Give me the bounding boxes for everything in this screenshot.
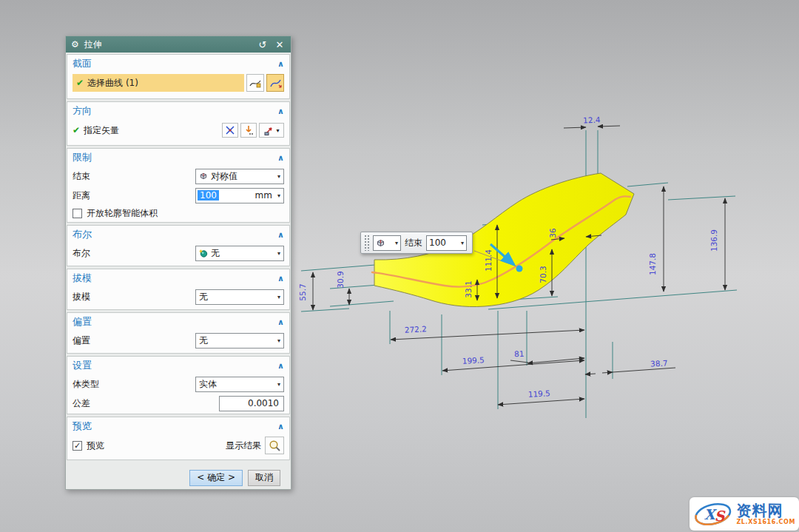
- boolean-value: 无: [211, 247, 220, 260]
- settings-group-header[interactable]: 设置 ∧: [67, 357, 289, 374]
- draft-dropdown[interactable]: 无 ▾: [195, 289, 284, 305]
- draft-label: 拔模: [73, 291, 90, 303]
- curve-rule-icon: [249, 78, 261, 88]
- end-type-value: 对称值: [211, 170, 237, 183]
- chevron-down-icon: ▾: [461, 240, 464, 246]
- inferred-vector-icon: [225, 125, 235, 135]
- inferred-vector-button[interactable]: [222, 123, 238, 138]
- collapse-icon[interactable]: ∧: [277, 361, 284, 371]
- collapse-icon[interactable]: ∧: [277, 422, 284, 431]
- limits-group: 限制 ∧ 结束 对称值 ▾: [67, 148, 290, 223]
- end-option-dropdown[interactable]: ▾: [373, 235, 401, 251]
- preview-group-header[interactable]: 预览 ∧: [67, 417, 289, 435]
- arrow-down-icon: [243, 125, 254, 135]
- check-icon: ✓: [74, 442, 81, 450]
- dialog-titlebar[interactable]: ⚙ 拉伸 ↺ ✕: [66, 36, 291, 53]
- boolean-none-icon: [199, 249, 208, 257]
- preview-group: 预览 ∧ ✓ 预览 显示结果: [67, 417, 290, 460]
- direction-group-header[interactable]: 方向 ∧: [67, 102, 289, 120]
- toolbar-grip-handle[interactable]: [364, 235, 369, 251]
- dim-text: 136.9: [709, 229, 718, 252]
- distance-value-dropdown[interactable]: 100 ▾: [426, 235, 467, 251]
- direction-group: 方向 ∧ ✔ 指定矢量: [67, 101, 290, 146]
- chevron-down-icon: ▾: [277, 173, 280, 180]
- vector-icon: [263, 125, 274, 136]
- distance-value-selected: 100: [198, 190, 219, 201]
- preview-checkbox[interactable]: ✓: [73, 441, 82, 451]
- draft-group: 拔模 ∧ 拔模 无 ▾: [67, 269, 290, 310]
- show-result-button[interactable]: [265, 437, 284, 454]
- dialog-footer: < 确定 > 取消: [67, 462, 290, 493]
- tolerance-value: 0.0010: [248, 398, 279, 408]
- collapse-icon[interactable]: ∧: [277, 317, 284, 327]
- onscreen-input-toolbar[interactable]: ▾ 结束 100 ▾: [360, 232, 473, 254]
- curve-vector-button[interactable]: [240, 123, 257, 138]
- preview-label: 预览: [87, 440, 104, 452]
- selection-intent-button[interactable]: [246, 74, 264, 92]
- draft-group-header[interactable]: 拔模 ∧: [67, 269, 289, 287]
- dim-text: 55.7: [298, 283, 307, 300]
- specify-vector-label: 指定矢量: [84, 124, 119, 137]
- gear-icon: ⚙: [71, 39, 79, 50]
- collapse-icon[interactable]: ∧: [277, 153, 284, 163]
- tolerance-input[interactable]: 0.0010: [219, 396, 284, 411]
- sketch-section-button[interactable]: [266, 74, 284, 92]
- boolean-dropdown[interactable]: 无 ▾: [195, 246, 284, 261]
- dim-text: 199.5: [462, 355, 485, 366]
- group-title: 方向: [73, 104, 92, 118]
- boolean-group-header[interactable]: 布尔 ∧: [67, 226, 289, 243]
- extrude-dialog: ⚙ 拉伸 ↺ ✕ 截面 ∧ ✔ 选择曲线 (1): [65, 36, 291, 490]
- watermark-site-url: ZL.XS1616.COM: [736, 519, 795, 525]
- cancel-button-label: 取消: [255, 471, 273, 484]
- section-group: 截面 ∧ ✔ 选择曲线 (1): [67, 54, 290, 99]
- limits-group-header[interactable]: 限制 ∧: [67, 149, 289, 166]
- reset-icon[interactable]: ↺: [257, 39, 269, 50]
- collapse-icon[interactable]: ∧: [277, 59, 284, 69]
- group-title: 布尔: [73, 228, 92, 241]
- symmetric-value-icon: [376, 238, 385, 248]
- dim-text: 36: [548, 228, 557, 238]
- select-curve-field[interactable]: ✔ 选择曲线 (1): [73, 74, 244, 92]
- body-type-label: 体类型: [73, 378, 99, 391]
- tolerance-label: 公差: [73, 397, 90, 410]
- group-title: 偏置: [73, 315, 92, 329]
- body-type-value: 实体: [199, 378, 217, 391]
- open-profile-label: 开放轮廓智能体积: [87, 207, 158, 220]
- collapse-icon[interactable]: ∧: [277, 230, 284, 240]
- watermark-site-name: 资料网: [736, 503, 783, 518]
- boolean-group: 布尔 ∧ 布尔 无 ▾: [67, 225, 290, 266]
- group-title: 拔模: [73, 272, 92, 285]
- ok-button[interactable]: < 确定 >: [189, 470, 243, 486]
- cancel-button[interactable]: 取消: [248, 470, 280, 486]
- collapse-icon[interactable]: ∧: [277, 274, 284, 283]
- magnifier-icon: [269, 440, 281, 452]
- settings-group: 设置 ∧ 体类型 实体 ▾ 公差 0.0010: [67, 356, 290, 414]
- dim-text: 147.8: [648, 253, 657, 275]
- chevron-down-icon: ▾: [277, 250, 280, 257]
- distance-input[interactable]: 100 mm ▾: [195, 188, 284, 203]
- dim-text: 272.2: [404, 324, 427, 334]
- check-icon: ✔: [76, 78, 84, 88]
- collapse-icon[interactable]: ∧: [277, 107, 284, 116]
- offset-group-header[interactable]: 偏置 ∧: [67, 313, 289, 331]
- section-group-header[interactable]: 截面 ∧: [67, 55, 289, 73]
- group-title: 限制: [73, 151, 92, 164]
- chevron-down-icon: ▾: [277, 337, 280, 344]
- offset-dropdown[interactable]: 无 ▾: [195, 333, 284, 349]
- ok-button-label: < 确定 >: [197, 471, 235, 484]
- dim-text: 111.4: [484, 249, 493, 272]
- body-type-dropdown[interactable]: 实体 ▾: [195, 377, 284, 392]
- end-label: 结束: [73, 170, 90, 183]
- dim-text: 33.1: [464, 280, 473, 297]
- vector-dialog-button[interactable]: ▾: [259, 123, 284, 138]
- select-curve-label: 选择曲线 (1): [87, 77, 138, 90]
- check-icon: ✔: [73, 125, 80, 135]
- distance-unit: mm: [255, 190, 272, 201]
- close-icon[interactable]: ✕: [274, 39, 286, 50]
- end-type-dropdown[interactable]: 对称值 ▾: [195, 169, 284, 184]
- chevron-down-icon: ▾: [395, 240, 398, 246]
- distance-value: 100: [429, 238, 446, 248]
- group-title: 截面: [73, 57, 92, 70]
- open-profile-checkbox[interactable]: [73, 209, 82, 218]
- symmetric-value-icon: [199, 172, 208, 181]
